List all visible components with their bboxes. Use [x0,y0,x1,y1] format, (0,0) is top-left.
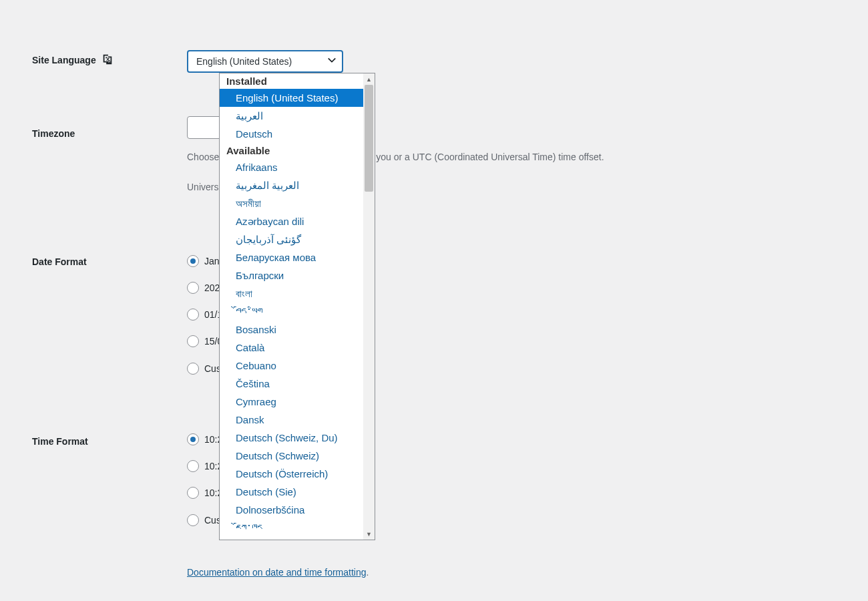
date-format-radio[interactable] [187,335,199,347]
time-format-radio[interactable] [187,460,199,472]
language-option[interactable]: Deutsch (Schweiz) [220,447,363,465]
language-option[interactable]: Bosanski [220,321,363,339]
language-option[interactable]: العربية [220,107,363,125]
time-format-custom-radio[interactable] [187,514,199,526]
language-option[interactable]: Dansk [220,411,363,429]
language-option[interactable]: ཇོཀ་ཁང [220,519,363,537]
site-language-select[interactable]: English (United States) [187,50,343,73]
settings-form-table: Site Language English (United States) Ti… [0,0,868,590]
time-format-label: Time Format [32,436,88,447]
language-option[interactable]: Български [220,266,363,284]
language-option[interactable]: Čeština [220,375,363,393]
time-format-radio[interactable] [187,433,199,445]
date-format-radio[interactable] [187,309,199,321]
date-format-radio[interactable] [187,255,199,267]
time-format-doc: Documentation on date and time formattin… [187,566,861,580]
language-option[interactable]: Azərbaycan dili [220,212,363,230]
language-option[interactable]: English (United States) [220,89,363,107]
timezone-label: Timezone [32,128,75,139]
language-option[interactable]: Deutsch (Schweiz, Du) [220,429,363,447]
site-language-select-wrap: English (United States) [187,50,343,73]
scroll-thumb[interactable] [365,85,373,192]
language-option[interactable]: བོད་ཡིག [220,303,363,321]
language-option[interactable]: বাংলা [220,284,363,303]
translate-icon [101,53,114,67]
site-language-label: Site Language [32,55,96,65]
language-option[interactable]: অসমীয়া [220,194,363,212]
dropdown-scrollbar[interactable]: ▲ ▼ [363,73,375,540]
chevron-down-icon [327,51,337,71]
language-option[interactable]: Deutsch (Sie) [220,483,363,501]
language-option[interactable]: Dolnoserbšćina [220,501,363,519]
date-format-radio[interactable] [187,282,199,294]
language-dropdown-listbox[interactable]: InstalledEnglish (United States)العربيةD… [219,73,375,540]
language-optgroup-label: Installed [220,73,363,89]
language-optgroup-label: Available [220,143,363,158]
scroll-down-icon[interactable]: ▼ [363,528,375,540]
time-format-radio[interactable] [187,487,199,499]
language-option[interactable]: Cymraeg [220,393,363,411]
language-option[interactable]: گؤنئی آذربایجان [220,230,363,248]
language-option[interactable]: Cebuano [220,357,363,375]
date-format-custom-radio[interactable] [187,363,199,375]
language-option[interactable]: Català [220,339,363,357]
language-option[interactable]: Deutsch (Österreich) [220,465,363,483]
language-option[interactable]: Deutsch [220,125,363,143]
scroll-up-icon[interactable]: ▲ [363,73,375,85]
language-option[interactable]: العربية المغربية [220,176,363,194]
language-option[interactable]: Afrikaans [220,158,363,176]
doc-link[interactable]: Documentation on date and time formattin… [187,567,367,578]
language-option[interactable]: Ελληνικά [220,537,363,540]
date-format-label: Date Format [32,256,87,267]
language-option[interactable]: Беларуская мова [220,248,363,266]
site-language-value: English (United States) [196,56,292,67]
